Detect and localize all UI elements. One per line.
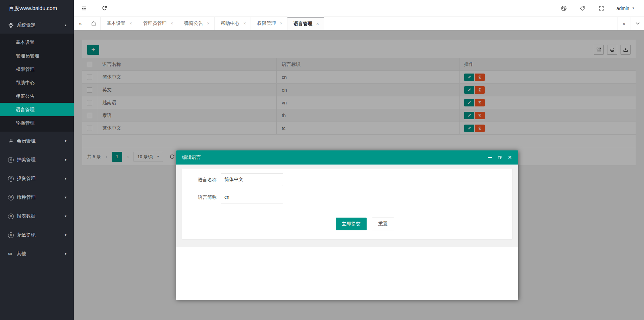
sidebar-group-label: 报表数据 (17, 213, 36, 219)
group-icon: ¥ ∞ (8, 157, 17, 163)
tabbar: « 基本设置 × 管理员管理 × 弹窗公告 × 帮助中心 × 权限管理 × 语言… (74, 17, 644, 30)
topbar: admin ▼ (74, 0, 644, 17)
dialog-titlebar[interactable]: 编辑语言 ✕ (176, 150, 518, 165)
sidebar-menu: 系统设定 ▲ 基本设置管理员管理权限管理帮助中心弹窗公告语言管理轮播管理 ¥ ∞… (0, 17, 74, 263)
sidebar-group-label: 充值提现 (17, 232, 36, 238)
sidebar-submenu: 基本设置管理员管理权限管理帮助中心弹窗公告语言管理轮播管理 (0, 34, 74, 132)
infinity-icon: ∞ (8, 252, 12, 256)
tab-close-icon[interactable]: × (207, 21, 210, 26)
tab-item[interactable]: 弹窗公告 × (178, 17, 215, 30)
app-logo: 百度www.baidu.com (0, 0, 74, 17)
tab-item[interactable]: 语言管理 × (287, 17, 324, 30)
tag-icon[interactable] (579, 5, 586, 12)
sidebar-subitem[interactable]: 弹窗公告 (0, 89, 74, 103)
tab-label: 语言管理 (293, 21, 312, 27)
sidebar-group-item[interactable]: ¥ ∞ 报表数据 ▼ (0, 207, 74, 226)
home-tab-button[interactable] (87, 17, 101, 30)
sidebar-item-label: 系统设定 (17, 22, 36, 28)
chevron-down-icon: ▼ (64, 196, 67, 199)
sidebar-subitem[interactable]: 基本设置 (0, 36, 74, 49)
sidebar-subitem[interactable]: 权限管理 (0, 62, 74, 76)
tab-label: 权限管理 (257, 20, 276, 27)
tab-list: 基本设置 × 管理员管理 × 弹窗公告 × 帮助中心 × 权限管理 × 语言管理… (101, 17, 324, 30)
dialog-title: 编辑语言 (182, 154, 201, 161)
user-menu[interactable]: admin ▼ (616, 6, 635, 11)
yen-icon: ¥ (8, 195, 14, 200)
tabs-scroll-right-button[interactable]: » (617, 17, 631, 30)
language-code-input[interactable] (221, 191, 283, 203)
dialog-body: 语言名称 语言简称 立即提交 重置 (176, 165, 518, 300)
sidebar-subitem[interactable]: 帮助中心 (0, 76, 74, 89)
maximize-button[interactable] (497, 155, 502, 160)
theme-palette-icon[interactable] (560, 5, 568, 12)
yen-icon: ¥ (8, 214, 14, 219)
username: admin (616, 6, 629, 11)
tab-close-icon[interactable]: × (316, 21, 319, 26)
chevron-down-icon: ▼ (64, 252, 67, 256)
sidebar-group-item[interactable]: ¥ ∞ 投资管理 ▼ (0, 169, 74, 188)
group-icon: ¥ ∞ (8, 232, 17, 238)
tab-label: 弹窗公告 (184, 20, 203, 27)
user-icon (8, 138, 14, 144)
sidebar-group-item[interactable]: ¥ ∞ 抽奖管理 ▼ (0, 150, 74, 169)
sidebar-group-label: 其他 (17, 251, 26, 257)
chevron-down-icon: ▼ (64, 233, 67, 237)
sidebar-group-label: 币种管理 (17, 194, 36, 200)
sidebar-groups: ¥ ∞ 会员管理 ▼ ¥ ∞ 抽奖管理 ▼ ¥ (0, 132, 74, 263)
yen-icon: ¥ (8, 176, 14, 182)
tab-close-icon[interactable]: × (171, 21, 173, 26)
sidebar-group-label: 投资管理 (17, 176, 36, 182)
language-name-input[interactable] (221, 173, 283, 186)
sidebar-subitem[interactable]: 语言管理 (0, 103, 74, 116)
tab-label: 帮助中心 (221, 20, 239, 27)
tab-item[interactable]: 权限管理 × (251, 17, 287, 30)
chevron-down-icon: ▼ (64, 158, 67, 162)
group-icon: ¥ ∞ (8, 252, 17, 256)
tab-close-icon[interactable]: × (244, 21, 246, 26)
chevron-down-icon: ▼ (64, 177, 67, 180)
submit-button[interactable]: 立即提交 (336, 218, 367, 230)
fullscreen-icon[interactable] (598, 5, 605, 12)
tab-item[interactable]: 管理员管理 × (137, 17, 178, 30)
tab-close-icon[interactable]: × (280, 21, 282, 26)
language-name-label: 语言名称 (182, 173, 221, 186)
yen-icon: ¥ (8, 232, 14, 238)
tab-label: 管理员管理 (143, 20, 167, 27)
sidebar-subitem[interactable]: 管理员管理 (0, 49, 74, 62)
app-root: 百度www.baidu.com 系统设定 ▲ 基本设置管理员管理权限管理帮助中心… (0, 0, 644, 320)
tab-label: 基本设置 (107, 20, 125, 27)
group-icon: ¥ ∞ (8, 176, 17, 182)
tab-item[interactable]: 帮助中心 × (215, 17, 251, 30)
minimize-button[interactable] (487, 155, 492, 160)
reset-button[interactable]: 重置 (372, 218, 394, 230)
caret-down-icon: ▼ (632, 7, 635, 10)
sidebar-item-system-settings[interactable]: 系统设定 ▲ (0, 17, 74, 34)
sidebar: 百度www.baidu.com 系统设定 ▲ 基本设置管理员管理权限管理帮助中心… (0, 0, 74, 320)
group-icon: ¥ ∞ (8, 138, 17, 144)
refresh-icon[interactable] (101, 5, 108, 12)
chevron-down-icon: ▼ (64, 139, 67, 143)
group-icon: ¥ ∞ (8, 214, 17, 219)
collapse-menu-icon[interactable] (80, 5, 88, 12)
sidebar-group-label: 抽奖管理 (17, 157, 36, 163)
tabs-scroll-left-button[interactable]: « (74, 17, 87, 30)
tabs-menu-button[interactable] (631, 17, 644, 30)
yen-icon: ¥ (8, 157, 14, 163)
close-icon[interactable]: ✕ (507, 155, 512, 160)
sidebar-group-item[interactable]: ¥ ∞ 会员管理 ▼ (0, 132, 74, 150)
sidebar-subitem[interactable]: 轮播管理 (0, 116, 74, 130)
tab-close-icon[interactable]: × (129, 21, 132, 26)
edit-language-dialog: 编辑语言 ✕ 语言名称 语言简称 (176, 150, 518, 300)
sidebar-group-item[interactable]: ¥ ∞ 充值提现 ▼ (0, 226, 74, 244)
tab-item[interactable]: 基本设置 × (101, 17, 137, 30)
language-code-label: 语言简称 (182, 191, 221, 203)
sidebar-group-label: 会员管理 (17, 138, 36, 144)
group-icon: ¥ ∞ (8, 195, 17, 200)
gear-icon (8, 22, 17, 28)
sidebar-group-item[interactable]: ¥ ∞ 其他 ▼ (0, 244, 74, 263)
sidebar-group-item[interactable]: ¥ ∞ 币种管理 ▼ (0, 188, 74, 207)
chevron-down-icon: ▼ (64, 215, 67, 218)
edit-language-form: 语言名称 语言简称 立即提交 重置 (182, 169, 512, 239)
chevron-up-icon: ▲ (64, 24, 67, 27)
